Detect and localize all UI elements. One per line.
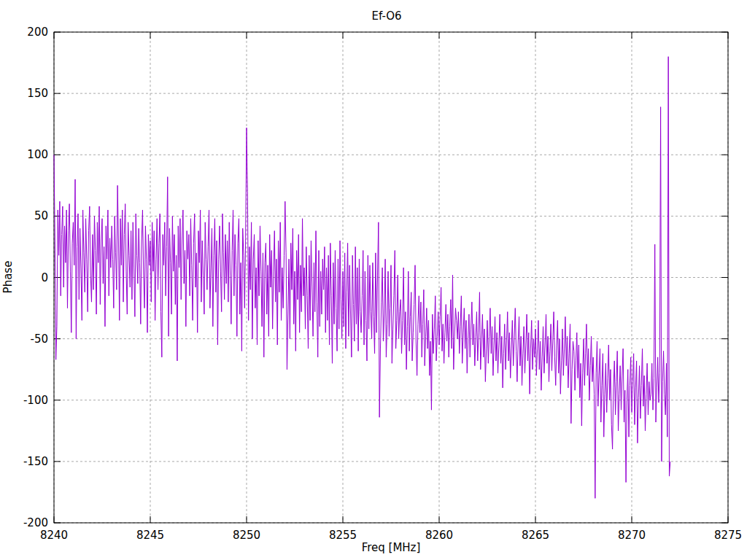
chart-title: Ef-O6 (371, 9, 401, 23)
y-tick-label: -100 (23, 394, 48, 407)
y-tick-label: 200 (27, 26, 48, 39)
x-tick-label: 8245 (136, 529, 164, 542)
phase-vs-freq-plot: Ef-O6 Freq [MHz] Phase 82408245825082558… (0, 0, 747, 560)
y-tick-label: 100 (27, 148, 48, 161)
x-tick-label: 8250 (233, 529, 260, 542)
y-tick-label: 0 (41, 271, 48, 284)
x-tick-label: 8265 (522, 529, 549, 542)
y-tick-label: 50 (34, 209, 48, 222)
x-tick-label: 8270 (618, 529, 646, 542)
y-tick-labels: -200-150-100-50050100150200 (23, 26, 48, 529)
x-tick-label: 8275 (714, 529, 742, 542)
x-tick-labels: 82408245825082558260826582708275 (40, 529, 742, 542)
x-tick-label: 8260 (425, 529, 453, 542)
y-tick-label: -50 (31, 332, 49, 346)
y-tick-label: 150 (27, 87, 48, 100)
y-tick-label: -150 (23, 455, 48, 468)
x-tick-label: 8255 (329, 529, 357, 542)
y-axis-label: Phase (1, 261, 15, 294)
gnuplot-figure: Ef-O6 Freq [MHz] Phase 82408245825082558… (0, 0, 747, 560)
y-tick-label: -200 (23, 516, 48, 529)
x-axis-label: Freq [MHz] (362, 541, 421, 554)
x-tick-label: 8240 (40, 529, 68, 542)
